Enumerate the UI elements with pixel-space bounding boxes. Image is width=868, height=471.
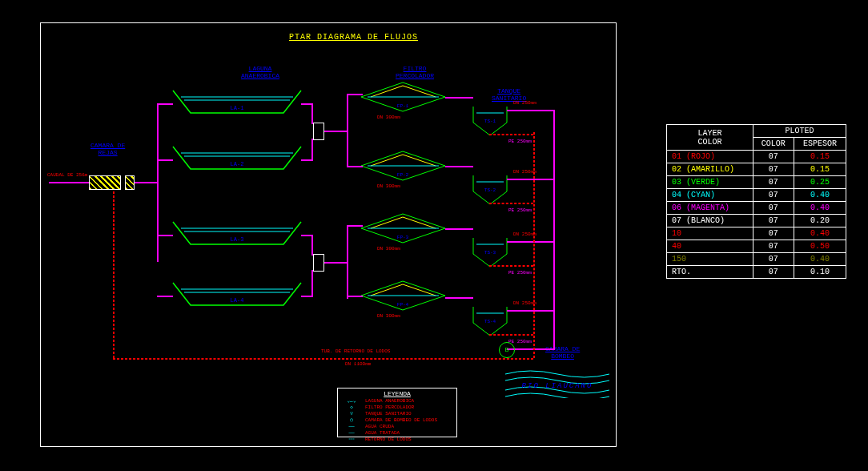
- table-row: 10070.40: [667, 227, 846, 240]
- table-row: 40070.50: [667, 240, 846, 253]
- p: [311, 103, 313, 124]
- legend-row: ──AGUA CRUDA: [341, 424, 453, 430]
- label-camara-bombeo: CAMARA DEBOMBEO: [545, 345, 580, 360]
- legend-row: ──AGUA TRATADA: [341, 430, 453, 437]
- junction-box: [313, 123, 324, 140]
- p: [347, 225, 363, 227]
- svg-text:TS-2: TS-2: [484, 187, 496, 193]
- svg-line-28: [371, 284, 403, 296]
- p: [157, 103, 173, 105]
- drawing-frame: PTAR DIAGRAMA DE FLUJOS CAMARA DEREJAS L…: [40, 22, 617, 447]
- label-laguna: LAGUNAANAEROBICA: [241, 65, 279, 79]
- svg-line-24: [403, 217, 436, 228]
- p: [157, 296, 173, 297]
- dn: DN 250mm: [513, 300, 536, 306]
- junction-box: [313, 254, 324, 272]
- dn: DN 250mm: [513, 100, 536, 106]
- svg-line-29: [403, 284, 436, 296]
- th-espesor: ESPESOR: [794, 138, 846, 151]
- bomba-icon: B: [499, 342, 515, 358]
- svg-text:FP-3: FP-3: [397, 235, 409, 240]
- svg-text:TS-4: TS-4: [484, 319, 496, 324]
- p: [347, 225, 348, 299]
- p: [347, 94, 363, 95]
- legend-row: ╌╌RETORNO DE LODOS: [341, 437, 453, 443]
- sr: [489, 134, 533, 135]
- table-row: 150070.40: [667, 253, 846, 266]
- svg-line-13: [371, 86, 403, 97]
- p: [445, 228, 473, 230]
- drawing-title: PTAR DIAGRAMA DE FLUJOS: [289, 33, 418, 42]
- layer-table: LAYERCOLOR PLOTED COLOR ESPESOR 01 (ROJO…: [666, 124, 846, 279]
- p: [507, 310, 555, 312]
- table-row: 07 (BLANCO)070.20: [667, 215, 846, 227]
- camara-rejas-icon: [89, 175, 121, 190]
- tanque-4: TS-4: [473, 305, 507, 337]
- text-caudal: CAUDAL DE 256m: [47, 172, 87, 178]
- text-tub-retorno: TUB. DE RETORNO DE LODOS: [321, 348, 390, 354]
- table-row: 03 (VERDE)070.25: [667, 176, 846, 189]
- dn: DN 250mm: [513, 169, 536, 175]
- pipe-vert: [157, 103, 159, 262]
- th-color: COLOR: [753, 138, 794, 151]
- svg-line-23: [371, 217, 403, 228]
- p: [445, 97, 473, 99]
- th-ploted: PLOTED: [753, 125, 846, 138]
- dn: DN 300mm: [377, 246, 400, 252]
- th-layer: LAYERCOLOR: [667, 125, 753, 151]
- dn: DN 250mm: [513, 231, 536, 237]
- text-dn1100: DN 1100mm: [345, 361, 371, 367]
- sludge-return-up: [113, 191, 115, 358]
- p: [324, 131, 348, 132]
- tanque-1: TS-1: [473, 105, 507, 137]
- dn: DN 300mm: [377, 313, 400, 319]
- legend-row: ▽TANQUE SANITARIO: [341, 411, 453, 417]
- table-row: 06 (MAGENTA)070.40: [667, 202, 846, 215]
- p: [311, 270, 313, 297]
- legend-row: ◇FILTRO PERCOLADOR: [341, 405, 453, 411]
- legend-row: ◯CAMARA DE BOMBEO DE LODOS: [341, 417, 453, 424]
- sr: [489, 203, 533, 204]
- label-filtro: FILTROPERCOLADOR: [396, 65, 434, 79]
- p: [507, 179, 555, 180]
- p: [347, 166, 363, 167]
- svg-text:FP-1: FP-1: [397, 103, 409, 109]
- pe: PE 250mm: [508, 207, 532, 213]
- rio: RIO LIAUCANO: [505, 366, 609, 401]
- camara-rejas-icon2: [125, 175, 135, 190]
- p: [445, 297, 473, 299]
- svg-text:LA-1: LA-1: [231, 105, 244, 111]
- p: [347, 296, 363, 297]
- p: [324, 262, 348, 264]
- legend: LEYENDA ⌄⎽⌄LAGUNA ANAEROBICA◇FILTRO PERC…: [337, 388, 457, 437]
- collector: [553, 110, 555, 350]
- svg-text:RIO  LIAUCANO: RIO LIAUCANO: [522, 382, 593, 390]
- table-row: 01 (ROJO)070.15: [667, 151, 846, 163]
- svg-line-14: [403, 86, 436, 97]
- laguna-3: LA-3: [173, 219, 301, 248]
- sr: [489, 334, 533, 336]
- svg-text:TS-3: TS-3: [484, 250, 496, 256]
- pe: PE 250mm: [508, 270, 532, 276]
- laguna-2: LA-2: [173, 143, 301, 172]
- legend-title: LEYENDA: [341, 390, 453, 397]
- laguna-1: LA-1: [173, 87, 301, 116]
- p: [445, 166, 473, 167]
- laguna-4: LA-4: [173, 280, 301, 308]
- svg-text:LA-2: LA-2: [231, 161, 244, 167]
- filtro-2: FP-2: [361, 150, 445, 182]
- tanque-3: TS-3: [473, 236, 507, 268]
- svg-line-19: [403, 155, 436, 166]
- p: [157, 235, 173, 236]
- p: [507, 241, 555, 243]
- p: [311, 139, 313, 161]
- table-row: 02 (AMARILLO)070.15: [667, 163, 846, 176]
- p: [311, 235, 313, 256]
- table-row: 04 (CYAN)070.40: [667, 189, 846, 202]
- label-camara-rejas: CAMARA DEREJAS: [90, 142, 125, 156]
- table-row: RTO.070.10: [667, 266, 846, 279]
- sr: [489, 265, 533, 267]
- sludge-return-main: [113, 358, 533, 360]
- p: [507, 110, 555, 111]
- pipe-inlet: [49, 182, 89, 183]
